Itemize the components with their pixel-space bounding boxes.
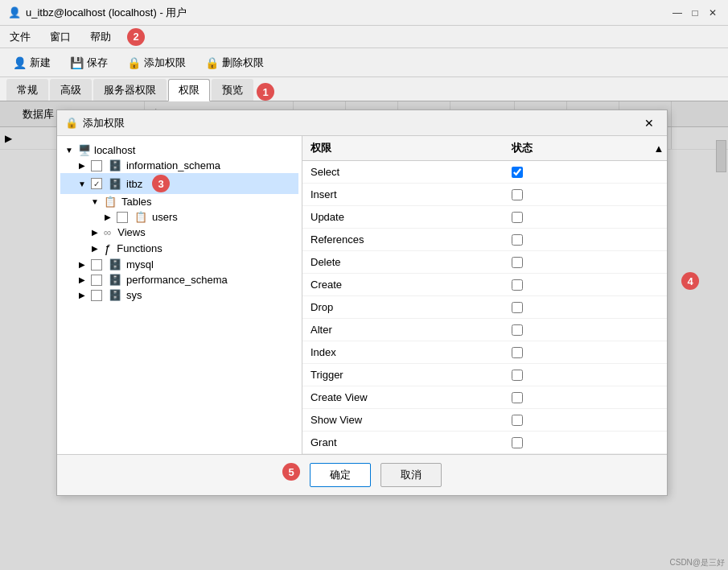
tree-item-information-schema[interactable]: ▶ 🗄️ information_schema [60, 158, 298, 173]
expand-functions: ▶ [89, 244, 101, 253]
tab-privileges[interactable]: 权限 [168, 79, 210, 101]
check-perf-schema[interactable] [91, 275, 102, 286]
info-schema-icon: 🗄️ [109, 159, 121, 171]
tree-item-views[interactable]: ▶ ∞ Views [60, 225, 298, 240]
confirm-button[interactable]: 确定 [310, 463, 371, 487]
tab-general[interactable]: 常规 [6, 79, 48, 101]
perm-check-col-8[interactable] [504, 347, 667, 358]
dialog-overlay: 🔒 添加权限 ✕ 4 ▼ 🖥️ localhost [0, 101, 728, 570]
check-info-schema[interactable] [91, 160, 102, 171]
perm-check-col-12[interactable] [504, 437, 667, 448]
expand-mysql: ▶ [76, 260, 88, 269]
sys-icon: 🗄️ [109, 289, 121, 301]
menu-help[interactable]: 帮助 [87, 28, 114, 46]
perm-name-1: Insert [302, 188, 504, 200]
dialog-title-bar: 🔒 添加权限 ✕ 4 [57, 110, 667, 136]
expand-info-schema: ▶ [76, 161, 88, 170]
check-sys[interactable] [91, 290, 102, 301]
dialog-body: ▼ 🖥️ localhost ▶ 🗄️ information_schema ▼ [57, 136, 667, 454]
perm-row: Show View [302, 409, 667, 432]
check-mysql[interactable] [91, 259, 102, 271]
scrollbar-thumb[interactable] [716, 140, 726, 172]
tree-item-functions[interactable]: ▶ ƒ Functions [60, 240, 298, 257]
minimize-button[interactable]: — [670, 6, 685, 20]
badge-1: 1 [257, 83, 274, 101]
perm-checkbox-select[interactable] [512, 167, 523, 178]
perm-row: Delete [302, 251, 667, 274]
perm-name-2: Update [302, 211, 504, 223]
perm-check-col-4[interactable] [504, 257, 667, 268]
new-label: 新建 [30, 56, 51, 70]
views-label: Views [117, 226, 145, 238]
save-button[interactable]: 💾 保存 [64, 53, 114, 72]
tree-item-sys[interactable]: ▶ 🗄️ sys [60, 287, 298, 303]
perm-checkbox-trigger[interactable] [512, 370, 523, 381]
tree-item-performance-schema[interactable]: ▶ 🗄️ performance_schema [60, 272, 298, 287]
perm-checkbox-grant[interactable] [512, 437, 523, 448]
tree-item-itbz[interactable]: ▼ ✓ 🗄️ itbz 3 [60, 173, 298, 194]
perm-checkbox-drop[interactable] [512, 302, 523, 313]
perm-check-col-5[interactable] [504, 279, 667, 291]
window-title: u_itbz@localhost (localhost) - 用户 [26, 6, 187, 20]
save-icon: 💾 [70, 56, 84, 69]
menu-window[interactable]: 窗口 [47, 28, 74, 46]
perm-row: Drop [302, 296, 667, 319]
perm-name-12: Grant [302, 436, 504, 448]
menu-file[interactable]: 文件 [6, 28, 34, 46]
perm-checkbox-create-view[interactable] [512, 392, 523, 403]
add-privilege-icon: 🔒 [127, 56, 141, 69]
check-itbz[interactable]: ✓ [91, 178, 102, 189]
perm-row: Select [302, 161, 667, 184]
perm-check-col-11[interactable] [504, 415, 667, 426]
itbz-icon: 🗄️ [109, 178, 121, 190]
tree-item-mysql[interactable]: ▶ 🗄️ mysql [60, 257, 298, 272]
expand-itbz: ▼ [76, 180, 88, 188]
perm-checkbox-alter[interactable] [512, 324, 523, 336]
add-privilege-button[interactable]: 🔒 添加权限 [121, 53, 192, 72]
perm-checkbox-insert[interactable] [512, 189, 523, 200]
perm-check-col-3[interactable] [504, 234, 667, 246]
maximize-button[interactable]: □ [688, 6, 702, 20]
functions-label: Functions [117, 242, 162, 254]
scrollbar[interactable] [716, 127, 728, 570]
menu-bar: 文件 窗口 帮助 2 [0, 26, 728, 48]
localhost-icon: 🖥️ [78, 144, 91, 156]
scroll-up-btn[interactable]: ▲ [651, 139, 667, 157]
tab-advanced[interactable]: 高级 [50, 79, 92, 101]
tree-item-localhost[interactable]: ▼ 🖥️ localhost [60, 142, 298, 158]
perm-name-6: Drop [302, 301, 504, 313]
perm-checkbox-index[interactable] [512, 347, 523, 358]
perf-schema-label: performance_schema [126, 274, 228, 286]
tree-panel: ▼ 🖥️ localhost ▶ 🗄️ information_schema ▼ [57, 136, 302, 454]
close-button[interactable]: ✕ [705, 6, 720, 20]
perm-checkbox-show-view[interactable] [512, 415, 523, 426]
perm-header-status: 状态 [504, 139, 651, 157]
perm-checkbox-create[interactable] [512, 279, 523, 291]
remove-privilege-label: 删除权限 [222, 56, 264, 70]
dialog-footer: 5 确定 取消 [57, 454, 667, 495]
perm-check-col-7[interactable] [504, 324, 667, 336]
perm-checkbox-update[interactable] [512, 212, 523, 223]
perm-check-col-9[interactable] [504, 370, 667, 381]
perm-check-col-6[interactable] [504, 302, 667, 313]
title-bar: 👤 u_itbz@localhost (localhost) - 用户 — □ … [0, 0, 728, 26]
tab-server-privileges[interactable]: 服务器权限 [93, 79, 167, 101]
localhost-label: localhost [94, 144, 135, 156]
perm-check-col-1[interactable] [504, 189, 667, 200]
perm-name-10: Create View [302, 391, 504, 403]
cancel-button[interactable]: 取消 [380, 463, 442, 487]
perm-check-col-2[interactable] [504, 212, 667, 223]
check-users[interactable] [117, 212, 128, 223]
perm-checkbox-references[interactable] [512, 234, 523, 246]
new-button[interactable]: 👤 新建 [6, 53, 57, 72]
tree-item-tables[interactable]: ▼ 📋 Tables [60, 194, 298, 209]
perm-check-col-10[interactable] [504, 392, 667, 403]
tree-item-users[interactable]: ▶ 📋 users [60, 209, 298, 225]
perm-checkbox-delete[interactable] [512, 257, 523, 268]
tab-preview[interactable]: 预览 [212, 79, 253, 101]
add-privilege-label: 添加权限 [144, 56, 186, 70]
title-bar-controls: — □ ✕ [670, 6, 720, 20]
perm-check-col-0[interactable] [504, 167, 667, 178]
remove-privilege-button[interactable]: 🔒 删除权限 [199, 53, 270, 72]
dialog-close-button[interactable]: ✕ [640, 114, 659, 133]
